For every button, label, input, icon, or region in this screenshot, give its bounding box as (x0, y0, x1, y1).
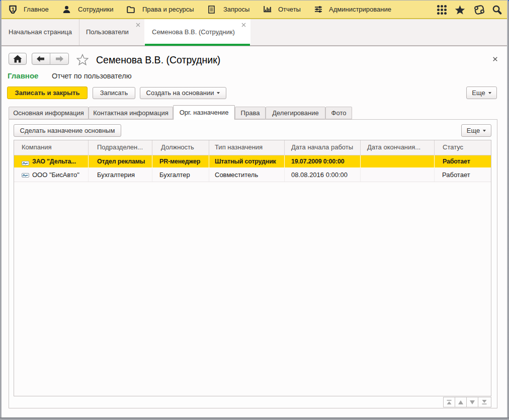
svg-text:1: 1 (12, 7, 15, 13)
